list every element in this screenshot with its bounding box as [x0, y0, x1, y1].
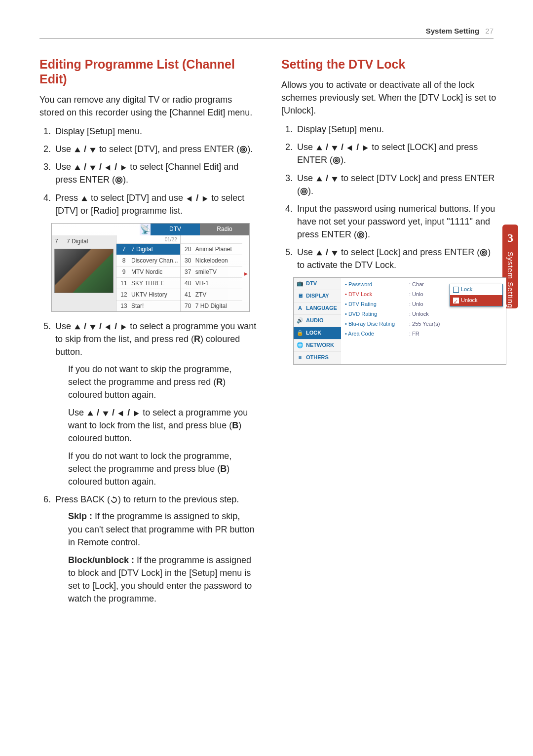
option-value: : Char — [409, 281, 424, 289]
option-label: Area Code — [345, 330, 409, 338]
channel-row: 8Discovery Chan... — [116, 255, 180, 266]
i-down-icon — [89, 164, 97, 171]
option-label: DVD Rating — [345, 310, 409, 318]
skip-note: Skip : If the programme is assigned to s… — [68, 510, 257, 548]
page-indicator: 01/22 — [116, 235, 180, 244]
channel-grid-right: 20Animal Planet30Nickelodeon37smileTV40V… — [180, 235, 242, 312]
popup-item: Lock — [450, 284, 502, 295]
i-down-icon — [331, 145, 339, 151]
i-right-icon — [119, 164, 127, 171]
scroll-right-icon: ▸ — [242, 235, 249, 312]
steps-list: Display [Setup] menu.Use / / / to select… — [281, 123, 498, 271]
chapter-number: 3 — [507, 229, 513, 247]
step-item: Use / to select [DTV Lock] and press ENT… — [295, 172, 498, 197]
dtv-lock-screenshot: 📺DTV🖥DISPLAYALANGUAGE🔊AUDIO🔒LOCK🌐NETWORK… — [293, 277, 506, 365]
i-up-icon — [315, 176, 323, 183]
i-left-icon — [117, 410, 125, 417]
i-right-icon — [119, 324, 127, 331]
channel-row: 30Nickelodeon — [181, 255, 242, 266]
tab-dtv: DTV — [151, 224, 200, 235]
channel-row: 20Animal Planet — [181, 243, 242, 255]
setup-menu: 📺DTV🖥DISPLAYALANGUAGE🔊AUDIO🔒LOCK🌐NETWORK… — [294, 278, 341, 364]
channel-row: 12UKTV History — [116, 289, 180, 300]
menu-item-label: NETWORK — [306, 341, 334, 349]
channel-number: 7 — [116, 245, 131, 254]
menu-item-icon: A — [296, 305, 304, 312]
option-label: Password — [345, 281, 409, 289]
i-down-icon — [102, 410, 110, 417]
channel-name: Discovery Chan... — [131, 257, 180, 265]
menu-item-label: AUDIO — [306, 317, 323, 325]
step-item: Display [Setup] menu. — [295, 123, 498, 136]
channel-name: Star! — [131, 302, 180, 310]
skip-text: If the programme is assigned to skip, yo… — [68, 511, 255, 547]
i-enter-icon — [357, 231, 365, 239]
option-label: DTV Lock — [345, 291, 409, 299]
menu-item-icon: 🔊 — [296, 317, 304, 324]
preview-thumbnail — [54, 249, 114, 293]
menu-item-icon: ≡ — [296, 354, 304, 361]
channel-name: Animal Planet — [195, 245, 242, 254]
steps-list-continued: Use / / / to select a programme you want… — [39, 320, 257, 605]
lock-options: Lock✓Unlock Password: CharDTV Lock: Unlo… — [341, 278, 506, 364]
i-enter-icon — [115, 176, 123, 184]
popup-item-label: Unlock — [461, 297, 478, 304]
menu-item-label: OTHERS — [306, 354, 329, 362]
intro-text: You can remove any digital TV or radio p… — [39, 93, 257, 119]
setup-menu-item: 📺DTV — [294, 278, 341, 290]
step-6: Press BACK () to return to the previous … — [53, 493, 257, 605]
page-number: 27 — [485, 27, 494, 35]
current-channel-num: 7 — [55, 237, 67, 246]
block-label: Block/unblock : — [68, 555, 134, 565]
popup-item-label: Lock — [461, 286, 472, 294]
running-header: System Setting 27 — [426, 26, 494, 37]
tab-radio: Radio — [200, 224, 249, 235]
step-item: Use / to select [Lock] and press ENTER (… — [295, 246, 498, 271]
lock-option-row: DVD Rating: Unlock — [345, 309, 502, 319]
i-right-icon — [361, 145, 369, 151]
option-value: : Unlock — [409, 310, 429, 318]
step-item: Press to select [DTV] and use / to selec… — [53, 191, 257, 217]
channel-number: 9 — [116, 268, 131, 276]
menu-item-icon: 🌐 — [296, 342, 304, 349]
i-up-icon — [74, 164, 81, 171]
i-up-icon — [315, 250, 323, 257]
menu-item-label: DTV — [306, 280, 317, 288]
channel-number: 12 — [116, 291, 131, 299]
chapter-label: System Setting — [505, 252, 516, 308]
channel-name: Nickelodeon — [195, 257, 242, 265]
channel-number: 37 — [181, 268, 195, 276]
step-5-note-1: If you do not want to skip the programme… — [68, 363, 257, 401]
menu-item-label: LOCK — [306, 329, 321, 337]
section-title-dtv-lock: Setting the DTV Lock — [281, 57, 498, 72]
option-value: : FR — [409, 330, 419, 338]
channel-name: smileTV — [195, 268, 242, 276]
menu-item-icon: 🖥 — [296, 293, 304, 300]
setup-menu-item: 🔒LOCK — [294, 327, 341, 340]
channel-number: 70 — [181, 302, 195, 310]
lock-option-row: Blu-ray Disc Rating: 255 Year(s) — [345, 319, 502, 329]
i-enter-icon — [300, 188, 308, 195]
channel-number: 13 — [116, 302, 131, 310]
left-column: Editing Programme List (Channel Edit) Yo… — [39, 57, 257, 611]
i-right-icon — [201, 195, 209, 202]
channel-number: 11 — [116, 279, 131, 288]
setup-menu-item: 🔊AUDIO — [294, 315, 341, 327]
channel-name: 7 HD Digital — [195, 302, 242, 310]
i-back-icon — [110, 496, 118, 504]
shot-preview-pane: 77 Digital — [52, 235, 116, 312]
lock-popup: Lock✓Unlock — [450, 284, 503, 306]
channel-row: 11SKY THREE — [116, 277, 180, 289]
menu-item-icon: 🔒 — [296, 330, 304, 337]
i-enter-icon — [239, 146, 247, 153]
channel-name: VH-1 — [195, 279, 242, 288]
channel-number: 30 — [181, 257, 195, 265]
antenna-icon: 📡 — [140, 224, 151, 235]
i-up-icon — [74, 324, 81, 331]
i-left-icon — [104, 324, 112, 331]
option-value: : Unlo — [409, 291, 423, 299]
channel-row: 13Star! — [116, 300, 180, 311]
section-title-channel-edit: Editing Programme List (Channel Edit) — [39, 57, 257, 86]
channel-name: UKTV History — [131, 291, 180, 299]
channel-number: 41 — [181, 291, 195, 299]
